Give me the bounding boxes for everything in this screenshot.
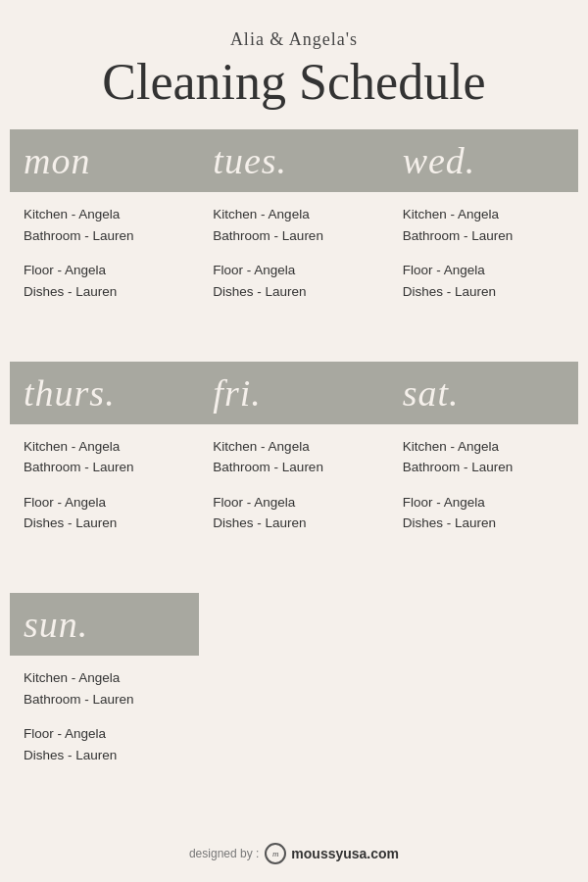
task-group: Kitchen - Angela Bathroom - Lauren [213, 436, 374, 478]
day-header-tues: tues. [199, 129, 388, 192]
day-tasks-tues: Kitchen - Angela Bathroom - Lauren Floor… [199, 192, 388, 321]
task-group: Kitchen - Angela Bathroom - Lauren [24, 436, 185, 478]
week-row-1: mon Kitchen - Angela Bathroom - Lauren F… [10, 129, 578, 321]
task-line: Kitchen - Angela [213, 204, 374, 225]
task-group: Kitchen - Angela Bathroom - Lauren [213, 204, 374, 246]
week-row-3: sun. Kitchen - Angela Bathroom - Lauren … [10, 593, 578, 785]
day-tasks-thurs: Kitchen - Angela Bathroom - Lauren Floor… [10, 424, 199, 554]
week-row-2: thurs. Kitchen - Angela Bathroom - Laure… [10, 362, 578, 554]
task-group: Kitchen - Angela Bathroom - Lauren [403, 436, 564, 478]
task-line: Dishes - Lauren [24, 513, 185, 534]
footer-logo: m moussyusa.com [265, 843, 399, 864]
day-header-thurs: thurs. [10, 362, 199, 424]
footer-label: designed by : [189, 847, 259, 860]
day-column-fri: fri. Kitchen - Angela Bathroom - Lauren … [199, 362, 388, 554]
day-tasks-mon: Kitchen - Angela Bathroom - Lauren Floor… [10, 192, 199, 321]
task-line: Kitchen - Angela [24, 436, 185, 458]
task-line: Floor - Angela [403, 260, 564, 281]
task-line: Bathroom - Lauren [24, 457, 185, 478]
task-line: Dishes - Lauren [24, 745, 185, 766]
task-line: Bathroom - Lauren [213, 457, 374, 478]
footer-site: moussyusa.com [291, 846, 399, 861]
day-column-mon: mon Kitchen - Angela Bathroom - Lauren F… [10, 129, 199, 321]
day-header-fri: fri. [199, 362, 388, 424]
task-line: Bathroom - Lauren [24, 689, 185, 710]
task-line: Floor - Angela [403, 492, 564, 514]
title: Cleaning Schedule [102, 54, 485, 110]
task-line: Bathroom - Lauren [24, 225, 185, 247]
footer: designed by : m moussyusa.com [189, 823, 399, 882]
day-column-empty-1 [199, 593, 388, 785]
task-line: Bathroom - Lauren [403, 225, 564, 247]
task-group: Floor - Angela Dishes - Lauren [24, 260, 185, 302]
day-tasks-wed: Kitchen - Angela Bathroom - Lauren Floor… [389, 192, 578, 321]
task-group: Floor - Angela Dishes - Lauren [403, 260, 564, 302]
day-tasks-sat: Kitchen - Angela Bathroom - Lauren Floor… [389, 424, 578, 554]
header: Alia & Angela's Cleaning Schedule [82, 0, 505, 129]
day-header-wed: wed. [389, 129, 578, 192]
task-line: Dishes - Lauren [403, 513, 564, 534]
task-group: Floor - Angela Dishes - Lauren [213, 492, 374, 534]
day-column-sun: sun. Kitchen - Angela Bathroom - Lauren … [10, 593, 199, 785]
task-group: Kitchen - Angela Bathroom - Lauren [403, 204, 564, 246]
task-group: Floor - Angela Dishes - Lauren [213, 260, 374, 302]
day-column-empty-2 [389, 593, 578, 785]
day-column-tues: tues. Kitchen - Angela Bathroom - Lauren… [199, 129, 388, 321]
day-column-wed: wed. Kitchen - Angela Bathroom - Lauren … [389, 129, 578, 321]
task-line: Bathroom - Lauren [403, 457, 564, 478]
day-header-mon: mon [10, 129, 199, 192]
day-tasks-sun: Kitchen - Angela Bathroom - Lauren Floor… [10, 656, 199, 785]
task-line: Kitchen - Angela [403, 204, 564, 225]
task-group: Kitchen - Angela Bathroom - Lauren [24, 204, 185, 246]
task-group: Floor - Angela Dishes - Lauren [403, 492, 564, 534]
task-line: Kitchen - Angela [24, 667, 185, 689]
task-line: Dishes - Lauren [24, 281, 185, 303]
subtitle: Alia & Angela's [102, 29, 485, 50]
day-tasks-fri: Kitchen - Angela Bathroom - Lauren Floor… [199, 424, 388, 554]
task-group: Floor - Angela Dishes - Lauren [24, 492, 185, 534]
task-line: Kitchen - Angela [24, 204, 185, 225]
day-header-sun: sun. [10, 593, 199, 656]
task-line: Floor - Angela [24, 260, 185, 281]
day-column-thurs: thurs. Kitchen - Angela Bathroom - Laure… [10, 362, 199, 554]
task-line: Kitchen - Angela [403, 436, 564, 458]
day-header-sat: sat. [389, 362, 578, 424]
task-line: Kitchen - Angela [213, 436, 374, 458]
task-line: Floor - Angela [24, 723, 185, 745]
task-line: Dishes - Lauren [213, 513, 374, 534]
task-line: Dishes - Lauren [403, 281, 564, 303]
logo-icon: m [265, 843, 286, 864]
task-line: Dishes - Lauren [213, 281, 374, 303]
task-line: Floor - Angela [213, 492, 374, 514]
task-line: Bathroom - Lauren [213, 225, 374, 247]
task-line: Floor - Angela [24, 492, 185, 514]
task-group: Kitchen - Angela Bathroom - Lauren [24, 667, 185, 710]
task-line: Floor - Angela [213, 260, 374, 281]
task-group: Floor - Angela Dishes - Lauren [24, 723, 185, 765]
day-column-sat: sat. Kitchen - Angela Bathroom - Lauren … [389, 362, 578, 554]
